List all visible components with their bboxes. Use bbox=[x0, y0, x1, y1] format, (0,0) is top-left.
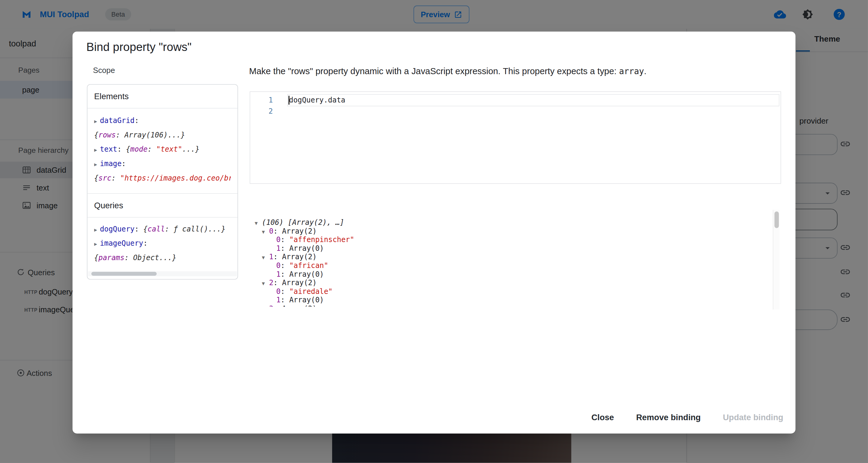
expand-arrow-icon[interactable]: ▼ bbox=[262, 306, 269, 307]
horizontal-scrollbar[interactable] bbox=[88, 271, 237, 276]
tree-segment-plain: : bbox=[281, 287, 289, 296]
tree-segment-plain: : bbox=[121, 159, 126, 168]
scope-tree-row[interactable]: ▶dogQuery: {call: ƒ call()...} bbox=[94, 222, 231, 237]
tree-segment-plain: : bbox=[134, 116, 138, 125]
tree-segment-pp: mode bbox=[130, 145, 148, 153]
tree-segment-plain: : bbox=[134, 225, 143, 233]
result-tree-row[interactable]: 1: Array(0) bbox=[249, 244, 774, 253]
expand-arrow-icon: ▶ bbox=[94, 147, 97, 153]
scope-explorer: Elements ▶dataGrid:{rows: Array(106)...}… bbox=[87, 84, 238, 279]
app-root: MUI Toolpad Beta Preview ? toolpad Pages… bbox=[0, 0, 868, 463]
tree-segment-rstr: "airedale" bbox=[289, 287, 333, 296]
scope-elements-tree: ▶dataGrid:{rows: Array(106)...}▶text: {m… bbox=[87, 109, 238, 185]
current-line-highlight bbox=[287, 94, 779, 106]
code-text: dogQuery.data bbox=[289, 95, 345, 106]
tree-segment-plain: : bbox=[273, 227, 282, 235]
tree-segment-pv: ...} bbox=[208, 225, 226, 233]
remove-binding-button[interactable]: Remove binding bbox=[635, 409, 702, 425]
expand-arrow-icon[interactable]: ▼ bbox=[262, 254, 269, 261]
elements-header: Elements bbox=[87, 85, 238, 109]
expression-editor[interactable]: 1 2 dogQuery.data bbox=[250, 91, 781, 184]
queries-header: Queries bbox=[87, 193, 238, 218]
scope-tree-row[interactable]: ▶dataGrid: bbox=[94, 114, 231, 128]
result-tree-row[interactable]: ▼2: Array(2) bbox=[249, 279, 774, 287]
expand-arrow-icon: ▶ bbox=[94, 242, 97, 247]
tree-segment-pv: : Array(106)...} bbox=[116, 130, 185, 139]
tree-segment-rval: Array(0) bbox=[289, 270, 324, 279]
expand-arrow-icon[interactable]: ▼ bbox=[262, 228, 269, 236]
result-tree-row[interactable]: ▼1: Array(2) bbox=[249, 253, 774, 261]
result-tree-row[interactable]: ▼(106) [Array(2), …] bbox=[249, 218, 774, 227]
tree-segment-rkey: 1 bbox=[269, 253, 273, 261]
result-tree-row[interactable]: 0: "affenpinscher" bbox=[249, 236, 774, 244]
dialog-title: Bind property "rows" bbox=[87, 40, 192, 54]
scrollbar-thumb[interactable] bbox=[774, 212, 779, 228]
tree-segment-meta: (106) [Array(2), …] bbox=[262, 218, 344, 227]
tree-segment-plain: : bbox=[273, 304, 282, 307]
close-button[interactable]: Close bbox=[590, 409, 615, 425]
tree-segment-rkey: 0 bbox=[276, 287, 281, 296]
scope-tree-row[interactable]: {rows: Array(106)...} bbox=[94, 128, 231, 142]
instruction-suffix: . bbox=[644, 66, 647, 76]
tree-segment-rstr: "affenpinscher" bbox=[289, 236, 354, 244]
expand-arrow-icon: ▶ bbox=[94, 227, 97, 233]
tree-segment-ps: "text" bbox=[156, 145, 182, 153]
tree-segment-rkey: 0 bbox=[276, 261, 281, 270]
tree-segment-pv: { bbox=[94, 130, 98, 139]
line-number: 2 bbox=[250, 106, 277, 117]
tree-segment-rkey: 1 bbox=[276, 270, 281, 279]
update-binding-button[interactable]: Update binding bbox=[722, 409, 784, 425]
result-tree-row[interactable]: ▼0: Array(2) bbox=[249, 227, 774, 236]
tree-segment-key: image bbox=[100, 159, 121, 168]
tree-segment-pp: params bbox=[98, 253, 124, 262]
scope-tree-row[interactable]: {src: "https://images.dog.ceo/bre bbox=[94, 171, 231, 186]
result-tree-row[interactable]: ▼3: Array(2) bbox=[249, 304, 774, 307]
tree-segment-rval: Array(0) bbox=[289, 296, 324, 304]
tree-segment-plain: : bbox=[143, 239, 147, 247]
tree-segment-rval: Array(2) bbox=[282, 279, 317, 287]
tree-segment-rkey: 2 bbox=[269, 279, 273, 287]
scope-queries-tree: ▶dogQuery: {call: ƒ call()...}▶imageQuer… bbox=[87, 218, 238, 265]
scope-tree-row[interactable]: ▶image: bbox=[94, 157, 231, 171]
tree-segment-key: imageQuery bbox=[100, 239, 143, 247]
tree-segment-rkey: 1 bbox=[276, 296, 281, 304]
result-tree-row[interactable]: 1: Array(0) bbox=[249, 270, 774, 279]
expand-arrow-icon: ▶ bbox=[94, 161, 97, 167]
tree-segment-plain: : bbox=[281, 236, 289, 244]
tree-segment-pp: src bbox=[98, 174, 112, 182]
tree-segment-pp: rows bbox=[98, 130, 116, 139]
tree-segment-pv: : Object...} bbox=[124, 253, 177, 262]
scrollbar-thumb[interactable] bbox=[91, 272, 157, 276]
vertical-scrollbar[interactable] bbox=[773, 210, 779, 310]
line-number: 1 bbox=[250, 95, 277, 106]
tree-segment-plain: : bbox=[273, 253, 282, 261]
tree-segment-pv: { bbox=[143, 225, 147, 233]
tree-segment-key: dataGrid bbox=[100, 116, 134, 125]
instruction-text: Make the "rows" property dynamic with a … bbox=[249, 66, 647, 76]
tree-segment-fn: ƒ call() bbox=[174, 225, 208, 233]
tree-segment-pv: { bbox=[126, 145, 130, 153]
scope-label: Scope bbox=[93, 66, 115, 75]
result-tree-row[interactable]: 0: "airedale" bbox=[249, 287, 774, 296]
tree-segment-rkey: 3 bbox=[269, 304, 273, 307]
expand-arrow-icon[interactable]: ▼ bbox=[262, 280, 269, 287]
tree-segment-plain: : bbox=[281, 296, 289, 304]
tree-segment-rkey: 0 bbox=[276, 236, 281, 244]
evaluation-result-tree: ▼(106) [Array(2), …]▼0: Array(2)0: "affe… bbox=[249, 218, 774, 307]
dialog-actions: Close Remove binding Update binding bbox=[590, 409, 784, 425]
line-number-gutter: 1 2 bbox=[250, 92, 277, 186]
tree-segment-rval: Array(0) bbox=[289, 244, 324, 253]
tree-segment-pp: call bbox=[148, 225, 165, 233]
scope-tree-row[interactable]: ▶imageQuery: bbox=[94, 236, 231, 251]
bind-property-dialog: Bind property "rows" Scope Elements ▶dat… bbox=[73, 32, 796, 433]
tree-segment-rval: Array(2) bbox=[282, 253, 317, 261]
expand-arrow-icon: ▶ bbox=[94, 119, 97, 124]
scope-tree-row[interactable]: {params: Object...} bbox=[94, 251, 231, 265]
result-tree-row[interactable]: 1: Array(0) bbox=[249, 296, 774, 304]
tree-segment-rkey: 1 bbox=[276, 244, 281, 253]
expand-arrow-icon[interactable]: ▼ bbox=[255, 219, 262, 227]
tree-segment-plain: : bbox=[281, 270, 289, 279]
scope-tree-row[interactable]: ▶text: {mode: "text"...} bbox=[94, 142, 231, 157]
tree-segment-pv: { bbox=[94, 174, 98, 182]
result-tree-row[interactable]: 0: "african" bbox=[249, 261, 774, 270]
